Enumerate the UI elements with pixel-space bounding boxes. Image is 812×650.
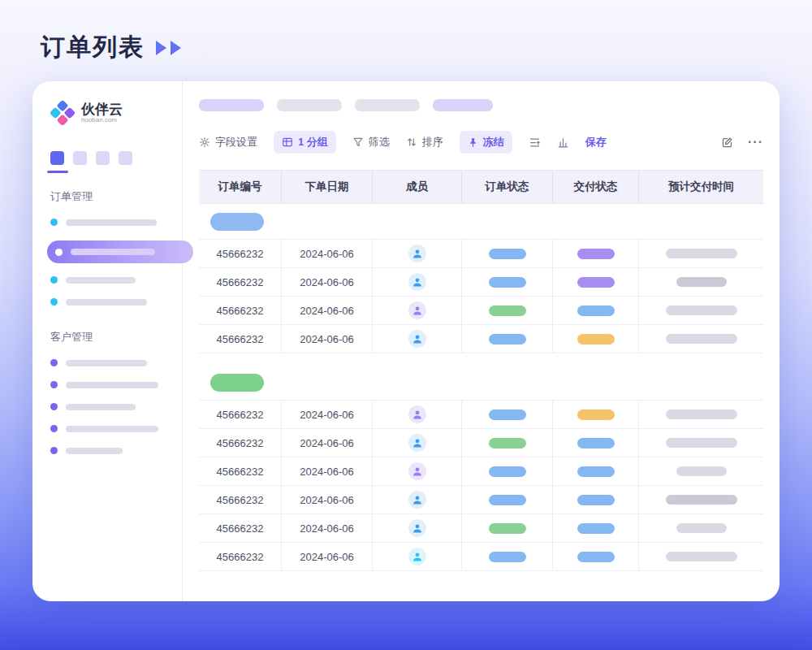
order-status-cell xyxy=(462,297,553,325)
order-number-cell: 45666232 xyxy=(199,240,282,268)
table-row[interactable]: 456662322024-06-06 xyxy=(199,429,763,457)
table-row[interactable]: 456662322024-06-06 xyxy=(199,240,763,268)
order-number-cell: 45666232 xyxy=(199,429,282,457)
order-status-pill xyxy=(489,552,526,562)
member-avatar[interactable] xyxy=(408,245,426,262)
sidebar-tab-3[interactable] xyxy=(96,151,110,165)
member-avatar[interactable] xyxy=(408,405,426,423)
view-tab-placeholder-2[interactable] xyxy=(277,99,342,111)
person-icon xyxy=(412,409,423,420)
eta-cell xyxy=(639,429,763,457)
order-status-pill xyxy=(489,277,526,288)
order-date-cell: 2024-06-06 xyxy=(282,514,373,543)
table-row[interactable]: 456662322024-06-06 xyxy=(199,325,763,353)
order-date-cell: 2024-06-06 xyxy=(282,429,373,457)
sidebar-tab-2[interactable] xyxy=(73,151,87,165)
sidebar-item-selected[interactable] xyxy=(47,240,193,263)
delivery-status-pill xyxy=(577,438,615,448)
bar-chart-icon xyxy=(557,136,569,149)
order-number-cell: 45666232 xyxy=(199,543,282,571)
table-row[interactable]: 456662322024-06-06 xyxy=(199,486,763,514)
table-row[interactable]: 456662322024-06-06 xyxy=(199,457,763,486)
order-date-cell: 2024-06-06 xyxy=(282,325,373,353)
delivery-status-pill xyxy=(577,410,615,420)
member-avatar[interactable] xyxy=(408,462,426,480)
save-button[interactable]: 保存 xyxy=(585,135,607,150)
order-status-pill xyxy=(489,523,526,534)
order-status-cell xyxy=(462,514,553,543)
sidebar-item[interactable] xyxy=(50,219,167,226)
page-title: 订单列表 xyxy=(41,31,145,64)
main-content: 字段设置 1 分组 筛选 xyxy=(183,81,780,601)
table-row[interactable]: 456662322024-06-06 xyxy=(199,268,763,297)
sidebar-item[interactable] xyxy=(50,276,167,284)
member-avatar[interactable] xyxy=(408,519,426,537)
delivery-status-cell xyxy=(553,514,639,543)
row-height-icon xyxy=(529,136,541,149)
group-badge[interactable] xyxy=(210,213,264,231)
sidebar-item[interactable] xyxy=(50,381,167,388)
sidebar-tab-1[interactable] xyxy=(50,151,64,165)
view-tab-placeholder-3[interactable] xyxy=(355,99,420,111)
order-number-cell: 45666232 xyxy=(199,268,282,297)
sidebar-item[interactable] xyxy=(50,447,167,454)
chart-button[interactable] xyxy=(557,136,569,149)
delivery-status-cell xyxy=(553,429,639,457)
filter-button[interactable]: 筛选 xyxy=(352,135,390,150)
eta-placeholder xyxy=(666,334,737,344)
sidebar-tab-4[interactable] xyxy=(119,151,132,165)
member-cell xyxy=(373,240,462,268)
table-row[interactable]: 456662322024-06-06 xyxy=(199,297,763,325)
view-tab-placeholder-4[interactable] xyxy=(433,99,493,111)
order-status-pill xyxy=(489,306,526,316)
order-number-cell: 45666232 xyxy=(199,401,282,429)
order-date-cell: 2024-06-06 xyxy=(282,486,373,514)
column-header-4: 订单状态 xyxy=(462,171,553,203)
eta-cell xyxy=(639,325,763,353)
sidebar-sections: 订单管理客户管理 xyxy=(50,189,167,454)
order-status-pill xyxy=(489,410,526,420)
toolbar: 字段设置 1 分组 筛选 xyxy=(199,131,763,154)
page: 订单列表 xyxy=(0,0,812,650)
table-row[interactable]: 456662322024-06-06 xyxy=(199,514,763,543)
sidebar-item[interactable] xyxy=(50,359,167,366)
member-avatar[interactable] xyxy=(408,434,426,452)
bullet-icon xyxy=(50,359,58,366)
member-avatar[interactable] xyxy=(408,301,426,319)
sidebar-item[interactable] xyxy=(50,403,167,410)
freeze-button[interactable]: 冻结 xyxy=(460,131,512,154)
view-tab-placeholder-1[interactable] xyxy=(199,99,264,111)
sidebar-item[interactable] xyxy=(50,298,167,306)
order-number-cell: 45666232 xyxy=(199,457,282,486)
table-row[interactable]: 456662322024-06-06 xyxy=(199,543,763,571)
gear-icon xyxy=(199,136,210,148)
group-badge[interactable] xyxy=(210,374,264,392)
bullet-icon xyxy=(50,381,58,388)
row-height-button[interactable] xyxy=(529,136,541,149)
member-avatar[interactable] xyxy=(408,548,426,566)
item-label-placeholder xyxy=(66,382,158,388)
table-row[interactable]: 456662322024-06-06 xyxy=(199,401,763,429)
field-settings-label: 字段设置 xyxy=(215,135,257,150)
member-avatar[interactable] xyxy=(408,491,426,509)
person-icon xyxy=(412,333,423,344)
edit-button[interactable] xyxy=(721,136,733,149)
member-avatar[interactable] xyxy=(408,273,426,291)
eta-cell xyxy=(639,457,763,486)
group-button[interactable]: 1 分组 xyxy=(274,131,336,154)
funnel-icon xyxy=(352,136,364,148)
member-avatar[interactable] xyxy=(408,330,426,348)
sidebar-item[interactable] xyxy=(50,425,167,432)
sidebar-tabs xyxy=(50,151,167,165)
item-label-placeholder xyxy=(66,299,147,306)
sidebar-section-label: 客户管理 xyxy=(50,330,167,344)
order-status-cell xyxy=(462,240,553,268)
more-button[interactable]: ··· xyxy=(748,135,763,150)
order-number-cell: 45666232 xyxy=(199,486,282,514)
field-settings-button[interactable]: 字段设置 xyxy=(199,135,257,150)
person-icon xyxy=(412,522,423,534)
sort-button[interactable]: 排序 xyxy=(406,135,443,150)
order-status-pill xyxy=(489,249,526,259)
eta-cell xyxy=(639,514,763,543)
pin-icon xyxy=(468,137,478,148)
